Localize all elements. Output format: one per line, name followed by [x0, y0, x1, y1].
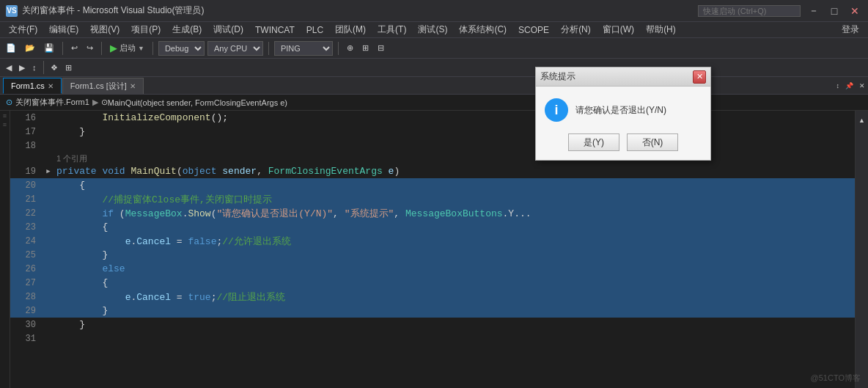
code-ref-hint: 1 个引用 — [10, 153, 855, 164]
login-label[interactable]: 登录 — [836, 23, 865, 36]
new-file-btn[interactable]: 📄 — [3, 40, 19, 56]
breadcrumb-path[interactable]: 关闭窗体事件.Form1 — [15, 97, 89, 108]
start-button[interactable]: ▶ 启动 ▼ — [107, 43, 147, 54]
code-line-18: 18 — [10, 139, 855, 153]
play-icon: ▶ — [110, 43, 117, 54]
code-line-30: 30 } — [10, 318, 855, 332]
code-line-25: 25 } — [10, 248, 855, 262]
breadcrumb-icon: ⊙ — [6, 98, 12, 107]
menu-architecture[interactable]: 体系结构(C) — [453, 22, 512, 37]
tab-form1-cs[interactable]: Form1.cs ✕ — [3, 78, 62, 94]
quick-launch-input[interactable] — [698, 5, 801, 17]
scroll-up-btn[interactable]: ▲ — [856, 112, 868, 128]
cpu-config-select[interactable]: Any CPU — [207, 41, 263, 56]
dialog-close-button[interactable]: ✕ — [693, 70, 706, 84]
dialog-message: 请您确认是否退出(Y/N) — [575, 104, 666, 117]
tab-form1-designer-close[interactable]: ✕ — [130, 82, 136, 90]
main-layout: ≡ ≡ 16 InitializeComponent(); 17 } 18 1 … — [0, 111, 868, 388]
dialog-no-button[interactable]: 否(N) — [627, 133, 678, 151]
left-gutter: ≡ ≡ — [0, 111, 10, 388]
toolbar-secondary: ◀ ▶ ↕ ❖ ⊞ — [0, 59, 868, 77]
toolbar-main: 📄 📂 💾 ↩ ↪ ▶ 启动 ▼ Debug Any CPU PING ⊕ ⊞ … — [0, 38, 868, 59]
menu-scope[interactable]: SCOPE — [512, 23, 555, 37]
dialog-titlebar: 系统提示 ✕ — [536, 67, 710, 87]
breadcrumb-method-text[interactable]: MainQuit(object sender, FormClosingEvent… — [108, 98, 287, 107]
window-title: 关闭窗体事件 - Microsoft Visual Studio(管理员) — [22, 4, 698, 17]
code-line-26: 26 else — [10, 262, 855, 276]
menu-test[interactable]: 测试(S) — [412, 22, 453, 37]
tb2-btn4[interactable]: ❖ — [48, 59, 61, 76]
menu-edit[interactable]: 编辑(E) — [43, 22, 84, 37]
breadcrumb-bar: ⊙ 关闭窗体事件.Form1 ▶ ⊙ MainQuit(object sende… — [0, 95, 868, 111]
open-btn[interactable]: 📂 — [22, 40, 38, 56]
menu-plc[interactable]: PLC — [301, 23, 329, 37]
code-editor[interactable]: 16 InitializeComponent(); 17 } 18 1 个引用 … — [10, 111, 855, 388]
sep2 — [101, 42, 102, 55]
sep3 — [152, 42, 153, 55]
menu-bar: 文件(F) 编辑(E) 视图(V) 项目(P) 生成(B) 调试(D) TWIN… — [0, 22, 868, 38]
panel-pin-btn[interactable]: 📌 — [842, 78, 856, 94]
menu-file[interactable]: 文件(F) — [3, 22, 43, 37]
sep4 — [268, 42, 269, 55]
dialog-title: 系统提示 — [540, 70, 693, 83]
play-label: 启动 — [119, 43, 136, 54]
panel-dock-btn[interactable]: ↕ — [834, 78, 843, 94]
sep1 — [62, 42, 63, 55]
menu-analyze[interactable]: 分析(N) — [555, 22, 597, 37]
right-panel: ▲ — [855, 111, 868, 388]
close-button[interactable]: ✕ — [847, 5, 862, 17]
code-line-22: 22 if (MessageBox.Show("请您确认是否退出(Y/N)", … — [10, 206, 855, 220]
code-line-19: 19 ▶ private void MainQuit(object sender… — [10, 164, 855, 178]
minimize-button[interactable]: － — [806, 4, 821, 18]
toolbar-btn-extra3[interactable]: ⊟ — [375, 40, 387, 56]
undo-btn[interactable]: ↩ — [68, 40, 81, 56]
menu-debug[interactable]: 调试(D) — [207, 22, 249, 37]
menu-tools[interactable]: 工具(T) — [372, 22, 412, 37]
code-line-28: 28 e.Cancel = true;//阻止退出系统 — [10, 290, 855, 304]
redo-btn[interactable]: ↪ — [84, 40, 96, 56]
save-btn[interactable]: 💾 — [41, 40, 57, 56]
dialog-content: i 请您确认是否退出(Y/N) — [545, 98, 702, 122]
dialog-yes-button[interactable]: 是(Y) — [568, 133, 619, 151]
menu-project[interactable]: 项目(P) — [125, 22, 166, 37]
debug-config-select[interactable]: Debug — [158, 41, 205, 56]
code-line-16: 16 InitializeComponent(); — [10, 111, 855, 125]
menu-build[interactable]: 生成(B) — [166, 22, 207, 37]
dialog-info-icon: i — [545, 98, 568, 122]
tb2-btn5[interactable]: ⊞ — [62, 59, 75, 76]
gutter-icon2: ≡ — [3, 121, 7, 128]
tb2-btn3[interactable]: ↕ — [29, 59, 40, 76]
watermark: @51CTO博客 — [811, 373, 861, 384]
breadcrumb-method: ⊙ — [101, 98, 108, 107]
tb2-btn2[interactable]: ▶ — [16, 59, 28, 76]
menu-team[interactable]: 团队(M) — [329, 22, 372, 37]
tab-form1-cs-label: Form1.cs — [11, 81, 45, 90]
code-line-21: 21 //捕捉窗体Close事件,关闭窗口时提示 — [10, 192, 855, 206]
menu-view[interactable]: 视图(V) — [84, 22, 125, 37]
menu-twincat[interactable]: TWINCAT — [249, 23, 301, 37]
restore-button[interactable]: □ — [827, 5, 842, 17]
dialog-body: i 请您确认是否退出(Y/N) 是(Y) 否(N) — [536, 87, 710, 160]
toolbar-btn-extra2[interactable]: ⊞ — [359, 40, 372, 56]
ping-config-select[interactable]: PING — [274, 41, 333, 56]
tab-bar: Form1.cs ✕ Form1.cs [设计] ✕ ↕ 📌 ✕ — [0, 77, 868, 95]
toolbar-btn-extra1[interactable]: ⊕ — [344, 40, 356, 56]
menu-help[interactable]: 帮助(H) — [640, 22, 682, 37]
title-right: － □ ✕ — [698, 4, 862, 18]
code-line-20: 20 { — [10, 178, 855, 192]
panel-close-btn[interactable]: ✕ — [856, 78, 868, 94]
menu-window[interactable]: 窗口(W) — [597, 22, 640, 37]
sep5 — [338, 42, 339, 55]
code-line-27: 27 { — [10, 276, 855, 290]
tab-form1-cs-close[interactable]: ✕ — [48, 82, 54, 90]
tab-form1-designer[interactable]: Form1.cs [设计] ✕ — [62, 78, 144, 94]
code-line-17: 17 } — [10, 125, 855, 139]
tb2-btn1[interactable]: ◀ — [3, 59, 15, 76]
breadcrumb-separator: ▶ — [92, 98, 98, 107]
play-dropdown-icon: ▼ — [138, 45, 144, 52]
tab-form1-designer-label: Form1.cs [设计] — [70, 81, 127, 92]
gutter-icon1: ≡ — [3, 112, 7, 120]
sep6 — [43, 61, 44, 74]
dialog-buttons: 是(Y) 否(N) — [545, 133, 702, 151]
system-dialog: 系统提示 ✕ i 请您确认是否退出(Y/N) 是(Y) 否(N) — [535, 67, 711, 161]
